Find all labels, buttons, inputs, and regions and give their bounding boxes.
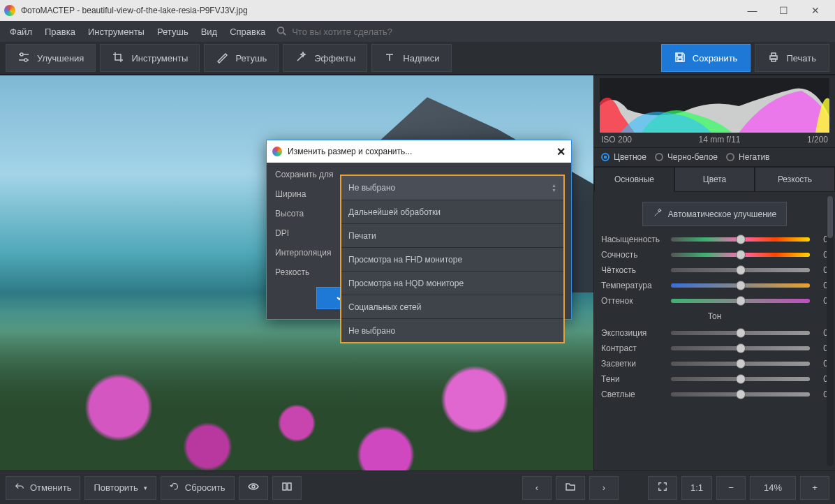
slider-exposure[interactable]: Экспозиция0 bbox=[601, 328, 828, 338]
slider-contrast[interactable]: Контраст0 bbox=[601, 343, 828, 353]
text-icon bbox=[383, 51, 396, 66]
prev-button[interactable]: ‹ bbox=[522, 476, 552, 500]
eye-button[interactable] bbox=[239, 476, 268, 500]
color-mode: Цветное Черно-белое Негатив bbox=[594, 147, 835, 167]
menu-view[interactable]: Вид bbox=[195, 24, 223, 40]
label-save-for: Сохранить для bbox=[275, 170, 341, 179]
ratio-button[interactable]: 1:1 bbox=[681, 476, 712, 500]
wand-icon bbox=[653, 208, 663, 220]
redo-label: Повторить bbox=[94, 482, 138, 493]
slider-highlights[interactable]: Засветки0 bbox=[601, 359, 828, 369]
svg-point-4 bbox=[20, 53, 23, 56]
menu-file[interactable]: Файл bbox=[4, 24, 38, 40]
slider-clarity[interactable]: Чёткость0 bbox=[601, 265, 828, 275]
maximize-button[interactable]: ☐ bbox=[768, 0, 799, 21]
tab-effects-label: Эффекты bbox=[314, 53, 355, 64]
menu-tools[interactable]: Инструменты bbox=[82, 24, 150, 40]
plus-icon: + bbox=[812, 482, 818, 493]
print-label: Печать bbox=[786, 53, 816, 64]
zoom-out-button[interactable]: − bbox=[716, 476, 746, 500]
undo-icon bbox=[15, 482, 24, 494]
dropdown-option[interactable]: Не выбрано bbox=[341, 318, 563, 342]
dropdown-option[interactable]: Печати bbox=[341, 223, 563, 247]
tab-captions[interactable]: Надписи bbox=[371, 44, 451, 72]
slider-shadows[interactable]: Тени0 bbox=[601, 374, 828, 384]
eye-icon bbox=[248, 481, 259, 494]
menu-edit[interactable]: Правка bbox=[39, 24, 81, 40]
slider-tint[interactable]: Оттенок0 bbox=[601, 296, 828, 306]
side-panel: ISO 200 14 mm f/11 1/200 Цветное Черно-б… bbox=[593, 75, 835, 470]
histogram bbox=[600, 78, 829, 133]
crop-icon bbox=[112, 51, 124, 66]
adjust-tab-colors[interactable]: Цвета bbox=[674, 167, 755, 192]
dropdown-option[interactable]: Социальных сетей bbox=[341, 295, 563, 318]
dropdown-option[interactable]: Просмотра на HQD мониторе bbox=[341, 271, 563, 295]
tab-tools-label: Инструменты bbox=[131, 53, 188, 64]
slider-temp[interactable]: Температура0 bbox=[601, 281, 828, 290]
undo-label: Отменить bbox=[30, 482, 71, 493]
label-dpi: DPI bbox=[275, 228, 341, 238]
radio-bw[interactable]: Черно-белое bbox=[655, 152, 718, 162]
tab-enhance-label: Улучшения bbox=[37, 53, 84, 64]
search-input[interactable] bbox=[292, 27, 431, 37]
redo-button[interactable]: Повторить ▾ bbox=[84, 476, 156, 500]
brush-icon bbox=[216, 51, 228, 66]
meta-iso: ISO 200 bbox=[601, 135, 632, 144]
minus-icon: − bbox=[728, 482, 734, 493]
compare-button[interactable] bbox=[272, 476, 302, 500]
adjust-tab-sharp[interactable]: Резкость bbox=[755, 167, 835, 192]
sliders-icon bbox=[17, 51, 30, 66]
menubar: Файл Правка Инструменты Ретушь Вид Справ… bbox=[0, 21, 835, 42]
undo-button[interactable]: Отменить bbox=[6, 476, 80, 500]
auto-enhance-button[interactable]: Автоматическое улучшение bbox=[642, 202, 787, 226]
tab-tools[interactable]: Инструменты bbox=[100, 44, 200, 72]
chevron-left-icon: ‹ bbox=[535, 482, 538, 493]
print-icon bbox=[768, 52, 779, 65]
bottom-bar: Отменить Повторить ▾ Сбросить ‹ › 1:1 − … bbox=[0, 470, 835, 504]
radio-neg-label: Негатив bbox=[739, 152, 769, 162]
radio-color[interactable]: Цветное bbox=[601, 152, 646, 162]
auto-enhance-label: Автоматическое улучшение bbox=[668, 209, 776, 219]
tone-heading: Тон bbox=[601, 311, 828, 321]
resize-dialog: Изменить размер и сохранить... ✕ Сохрани… bbox=[266, 140, 572, 320]
window-title: ФотоМАСТЕР - beautiful-view-of-the-lake-… bbox=[21, 6, 737, 15]
minimize-button[interactable]: — bbox=[737, 0, 768, 21]
dropdown-selected[interactable]: Не выбрано ▲▼ bbox=[341, 176, 563, 200]
print-button[interactable]: Печать bbox=[755, 44, 829, 72]
svg-line-1 bbox=[283, 32, 286, 35]
dropdown-option[interactable]: Дальнейшей обработки bbox=[341, 200, 563, 223]
svg-point-9 bbox=[252, 485, 255, 488]
slider-vibrance[interactable]: Сочность0 bbox=[601, 250, 828, 260]
sliders-scrollbar[interactable] bbox=[827, 196, 834, 466]
folder-button[interactable] bbox=[556, 476, 585, 500]
meta-row: ISO 200 14 mm f/11 1/200 bbox=[594, 134, 835, 147]
fit-button[interactable] bbox=[648, 476, 677, 500]
updown-icon: ▲▼ bbox=[552, 183, 556, 193]
tool-tabs: Улучшения Инструменты Ретушь Эффекты Над… bbox=[0, 42, 835, 75]
dropdown-option[interactable]: Просмотра на FHD мониторе bbox=[341, 247, 563, 271]
adjust-tabs: Основные Цвета Резкость bbox=[594, 167, 835, 192]
meta-shutter: 1/200 bbox=[807, 135, 828, 144]
save-button[interactable]: Сохранить bbox=[661, 44, 751, 72]
menu-help[interactable]: Справка bbox=[224, 24, 271, 40]
wand-icon bbox=[295, 51, 307, 66]
chevron-down-icon: ▾ bbox=[144, 484, 147, 491]
zoom-label: 14% bbox=[764, 482, 782, 493]
tab-effects[interactable]: Эффекты bbox=[283, 44, 367, 72]
reset-button[interactable]: Сбросить bbox=[161, 476, 235, 500]
next-button[interactable]: › bbox=[589, 476, 619, 500]
menu-retouch[interactable]: Ретушь bbox=[152, 24, 194, 40]
tab-enhance[interactable]: Улучшения bbox=[6, 44, 96, 72]
close-button[interactable]: ✕ bbox=[799, 0, 831, 21]
slider-lights[interactable]: Светлые0 bbox=[601, 390, 828, 399]
zoom-value[interactable]: 14% bbox=[750, 476, 796, 500]
tab-retouch[interactable]: Ретушь bbox=[204, 44, 279, 72]
dialog-close-button[interactable]: ✕ bbox=[556, 145, 566, 158]
slider-saturation[interactable]: Насыщенность0 bbox=[601, 235, 828, 244]
radio-neg[interactable]: Негатив bbox=[726, 152, 769, 162]
radio-bw-label: Черно-белое bbox=[667, 152, 718, 162]
adjust-tab-basic[interactable]: Основные bbox=[594, 167, 674, 192]
label-width: Ширина bbox=[275, 189, 341, 199]
zoom-in-button[interactable]: + bbox=[800, 476, 829, 500]
dialog-titlebar[interactable]: Изменить размер и сохранить... ✕ bbox=[267, 140, 571, 163]
